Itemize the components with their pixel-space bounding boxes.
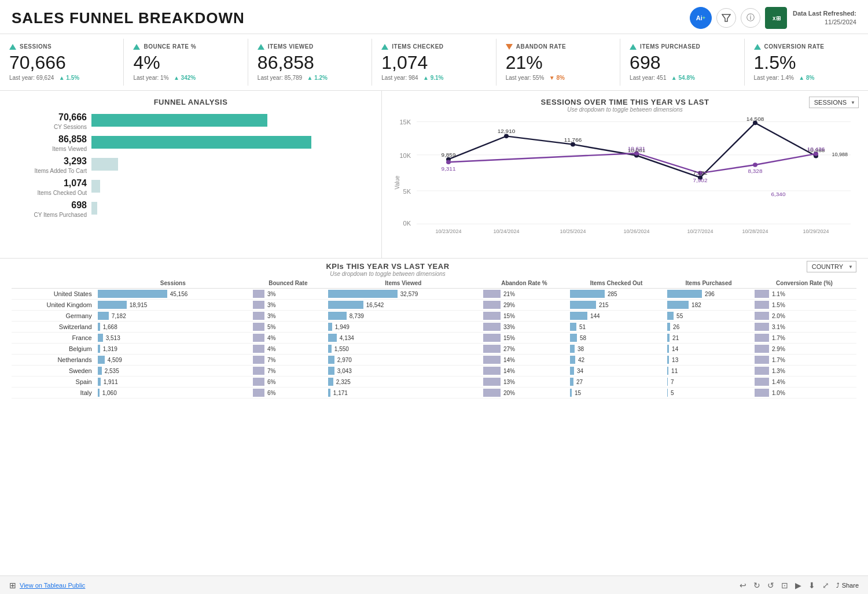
checkout-cell: 27 bbox=[568, 377, 665, 388]
abandon-cell: 14% bbox=[481, 355, 568, 366]
funnel-value: 3,293 bbox=[12, 156, 87, 167]
conversion-cell: 1.4% bbox=[752, 377, 856, 388]
purchased-cell: 5 bbox=[665, 388, 752, 399]
purchased-cell: 26 bbox=[665, 322, 752, 333]
trend-up-icon bbox=[381, 44, 388, 50]
funnel-title: FUNNEL ANALYSIS bbox=[12, 98, 370, 106]
viewed-cell: 32,579 bbox=[326, 289, 481, 300]
sessions-dropdown[interactable]: SESSIONS bbox=[809, 97, 859, 108]
trend-up-icon bbox=[258, 44, 264, 50]
download-icon[interactable]: ⬇ bbox=[808, 581, 815, 590]
viewed-cell: 16,542 bbox=[326, 300, 481, 311]
pause-icon[interactable]: ⊡ bbox=[781, 581, 788, 590]
table-row: United States 45,156 3% 32,579 21% bbox=[12, 289, 856, 300]
purchased-cell: 55 bbox=[665, 311, 752, 322]
svg-text:10K: 10K bbox=[399, 152, 411, 159]
ai-button[interactable]: Ai+ bbox=[690, 7, 712, 29]
bounce-cell: 7% bbox=[251, 366, 326, 377]
table-row: Sweden 2,535 7% 3,043 14% bbox=[12, 366, 856, 377]
sessions-cell: 45,156 bbox=[95, 289, 251, 300]
kpi-value: 21% bbox=[506, 52, 610, 73]
conversion-cell: 1.1% bbox=[752, 289, 856, 300]
bounce-cell: 4% bbox=[251, 344, 326, 355]
kpi-label: SESSIONS bbox=[20, 43, 52, 50]
info-button[interactable]: ⓘ bbox=[741, 8, 760, 28]
funnel-section: FUNNEL ANALYSIS 70,666 CY Sessions 86,85… bbox=[0, 91, 382, 258]
table-row: Netherlands 4,509 7% 2,970 14% bbox=[12, 355, 856, 366]
col-checkout: Items Checked Out bbox=[568, 278, 665, 289]
svg-text:5K: 5K bbox=[403, 188, 411, 195]
toolbar-right: ↩ ↻ ↺ ⊡ ▶ ⬇ ⤢ ⤴ Share bbox=[740, 581, 859, 590]
svg-text:9,311: 9,311 bbox=[441, 165, 455, 172]
table-row: Spain 1,911 6% 2,325 13% bbox=[12, 377, 856, 388]
kpi-value: 86,858 bbox=[258, 52, 362, 73]
kpi-item-3: ITEMS CHECKED 1,074 Last year: 984 ▲ 9.1… bbox=[372, 39, 496, 86]
conversion-cell: 3.1% bbox=[752, 322, 856, 333]
svg-text:10/27/2024: 10/27/2024 bbox=[687, 229, 713, 235]
abandon-cell: 29% bbox=[481, 300, 568, 311]
kpi-value: 698 bbox=[630, 52, 734, 73]
sessions-dropdown-btn[interactable]: SESSIONS bbox=[809, 97, 859, 108]
trend-up-icon bbox=[133, 44, 140, 50]
sessions-cell: 3,513 bbox=[95, 333, 251, 344]
tableau-link[interactable]: ⊞ View on Tableau Public bbox=[9, 581, 85, 590]
conversion-cell: 1.0% bbox=[752, 388, 856, 399]
funnel-row-0: 70,666 CY Sessions bbox=[12, 112, 370, 131]
svg-text:12,910: 12,910 bbox=[498, 128, 516, 134]
svg-text:10/28/2024: 10/28/2024 bbox=[742, 229, 768, 235]
abandon-cell: 20% bbox=[481, 388, 568, 399]
share-button[interactable]: ⤴ Share bbox=[836, 582, 859, 589]
page-title: SALES FUNNEL BREAKDOWN bbox=[12, 9, 245, 27]
kpi-sub: Last year: 1.4% ▲ 8% bbox=[754, 75, 859, 81]
sessions-chart-title: SESSIONS OVER TIME THIS YEAR VS LAST bbox=[393, 98, 856, 106]
svg-text:x⊞: x⊞ bbox=[773, 15, 781, 21]
kpi-row: SESSIONS 70,666 Last year: 69,624 ▲ 1.5%… bbox=[0, 34, 868, 91]
kpi-sub: Last year: 55% ▼ 8% bbox=[506, 75, 610, 81]
kpi-data-table: Sessions Bounced Rate Items Viewed Aband… bbox=[12, 278, 856, 399]
undo-icon[interactable]: ↩ bbox=[740, 581, 746, 590]
abandon-cell: 15% bbox=[481, 333, 568, 344]
kpi-item-6: CONVERSION RATE 1.5% Last year: 1.4% ▲ 8… bbox=[745, 39, 868, 86]
reset-icon[interactable]: ↺ bbox=[767, 581, 774, 590]
col-sessions: Sessions bbox=[95, 278, 251, 289]
purchased-cell: 7 bbox=[665, 377, 752, 388]
kpi-label: ITEMS CHECKED bbox=[392, 43, 443, 50]
kpi-item-1: BOUNCE RATE % 4% Last year: 1% ▲ 342% bbox=[124, 39, 248, 86]
funnel-desc: Items Checked Out bbox=[37, 190, 87, 196]
redo-icon[interactable]: ↻ bbox=[753, 581, 760, 590]
sessions-chart-subtitle: Use dropdown to toggle between dimension… bbox=[393, 106, 856, 113]
purchased-cell: 11 bbox=[665, 366, 752, 377]
checkout-cell: 144 bbox=[568, 311, 665, 322]
trend-up-icon bbox=[630, 44, 637, 50]
country-cell: Belgium bbox=[12, 344, 95, 355]
svg-text:10/25/2024: 10/25/2024 bbox=[560, 229, 586, 235]
kpi-item-2: ITEMS VIEWED 86,858 Last year: 85,789 ▲ … bbox=[248, 39, 372, 86]
abandon-cell: 15% bbox=[481, 311, 568, 322]
country-cell: Sweden bbox=[12, 366, 95, 377]
svg-text:10/29/2024: 10/29/2024 bbox=[803, 229, 829, 235]
funnel-row-2: 3,293 Items Added To Cart bbox=[12, 156, 370, 175]
excel-button[interactable]: x⊞ bbox=[765, 7, 787, 29]
trend-up-icon bbox=[9, 44, 16, 50]
country-cell: Netherlands bbox=[12, 355, 95, 366]
viewed-cell: 1,550 bbox=[326, 344, 481, 355]
sessions-cell: 7,182 bbox=[95, 311, 251, 322]
svg-text:10/24/2024: 10/24/2024 bbox=[494, 229, 520, 235]
country-cell: United Kingdom bbox=[12, 300, 95, 311]
funnel-desc: CY Sessions bbox=[54, 124, 87, 130]
play-icon[interactable]: ▶ bbox=[795, 581, 801, 590]
svg-text:15K: 15K bbox=[399, 119, 411, 126]
col-conversion: Conversion Rate (%) bbox=[752, 278, 856, 289]
country-dropdown-btn[interactable]: COUNTRY bbox=[807, 261, 856, 272]
filter-button[interactable] bbox=[716, 8, 736, 28]
purchased-cell: 296 bbox=[665, 289, 752, 300]
kpi-label: ITEMS VIEWED bbox=[268, 43, 314, 50]
fullscreen-icon[interactable]: ⤢ bbox=[822, 581, 829, 590]
viewed-cell: 1,949 bbox=[326, 322, 481, 333]
country-cell: Italy bbox=[12, 388, 95, 399]
kpi-table-title: KPIs THIS YEAR VS LAST YEAR bbox=[12, 262, 764, 271]
svg-text:10/26/2024: 10/26/2024 bbox=[624, 229, 650, 235]
svg-marker-0 bbox=[722, 14, 730, 21]
col-viewed: Items Viewed bbox=[326, 278, 481, 289]
kpi-item-0: SESSIONS 70,666 Last year: 69,624 ▲ 1.5% bbox=[0, 39, 124, 86]
